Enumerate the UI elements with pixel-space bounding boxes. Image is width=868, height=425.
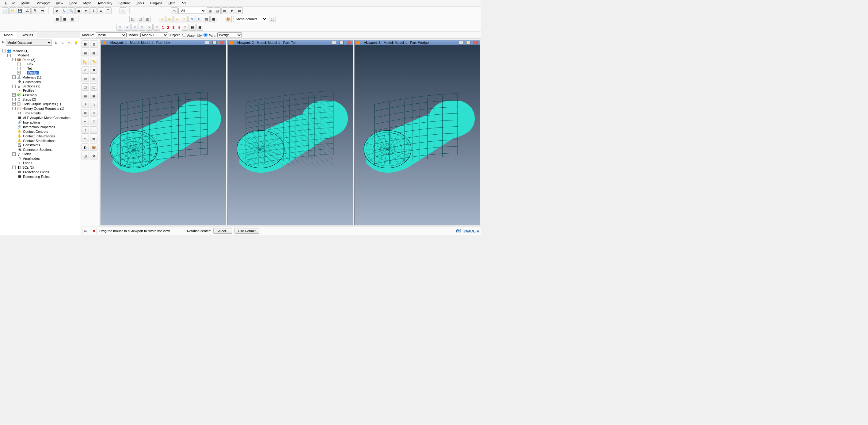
twisty-icon[interactable]: + <box>17 71 21 74</box>
list-icon[interactable] <box>97 7 104 14</box>
menu-help[interactable]: Help <box>166 1 178 6</box>
pan-horiz-icon[interactable] <box>83 7 90 14</box>
viewport-min-icon[interactable] <box>205 41 209 44</box>
viewport-min-icon[interactable] <box>459 41 463 44</box>
render4-icon[interactable] <box>181 16 188 22</box>
view-preset-1[interactable]: 1 <box>161 25 165 30</box>
tool-20-icon[interactable]: ⊹ <box>90 126 97 134</box>
tool-13-icon[interactable]: ↗ <box>82 100 89 108</box>
twisty-icon[interactable]: + <box>12 152 16 156</box>
viewport-2[interactable]: Viewport: 2 Model: Model-1 Part: Tet <box>227 40 353 225</box>
list2-icon[interactable] <box>105 7 112 14</box>
viewport-titlebar[interactable]: Viewport: 2 Model: Model-1 Part: Tet <box>228 40 353 45</box>
use-default-button[interactable]: Use Default <box>235 228 259 234</box>
menu-model[interactable]: Model <box>19 1 33 6</box>
tool-seed-edge-icon[interactable]: ⊟ <box>90 40 97 48</box>
mesh-defaults-select[interactable]: Mesh defaults <box>234 16 267 22</box>
assembly-select[interactable]: All <box>178 8 206 14</box>
tree-node-loads[interactable]: ↓Loads <box>1 161 80 165</box>
render-rot1-icon[interactable] <box>188 16 195 22</box>
view-preset-4[interactable]: 4 <box>177 25 181 30</box>
link-views-icon[interactable] <box>229 7 236 14</box>
cube-dropdown-icon[interactable] <box>269 16 276 22</box>
viewport-titlebar[interactable]: Viewport: 1 Model: Model-1 Part: Hex <box>101 40 226 45</box>
tree-node-amplitudes[interactable]: ∿Amplitudes <box>1 156 80 161</box>
tree-node-profiles[interactable]: ⌐Profiles <box>1 88 80 93</box>
viewport-close-icon[interactable] <box>347 41 351 44</box>
new-file-icon[interactable] <box>2 7 8 14</box>
twisty-icon[interactable]: + <box>12 75 16 79</box>
twisty-icon[interactable]: + <box>12 98 16 101</box>
twisty-icon[interactable]: - <box>7 54 11 57</box>
tab-results[interactable]: Results <box>18 32 37 38</box>
tree-node-field-output-requests-1-[interactable]: +📋Field Output Requests (1) <box>1 101 80 106</box>
tree-node-history-output-requests-1-[interactable]: +📋History Output Requests (1) <box>1 106 80 111</box>
menu-mesh[interactable]: Mesh <box>81 1 94 6</box>
render-rot2-icon[interactable] <box>195 16 202 22</box>
twisty-icon[interactable]: + <box>12 102 16 105</box>
twisty-icon[interactable]: - <box>12 58 16 61</box>
tool-11-icon[interactable]: ▦ <box>82 92 89 99</box>
tree-node-sections-2-[interactable]: +⌸Sections (2) <box>1 84 80 88</box>
menu-feature[interactable]: Feature <box>116 1 132 6</box>
tool-22-icon[interactable]: ▭ <box>90 135 97 142</box>
display-group3-icon[interactable] <box>69 16 75 22</box>
tool-24-icon[interactable]: 📦 <box>90 144 97 151</box>
open-file-icon[interactable] <box>9 7 16 14</box>
twisty-icon[interactable]: + <box>12 165 16 169</box>
tree-node-bcs-2-[interactable]: +◧BCs (2) <box>1 165 80 170</box>
tool-verify-icon[interactable]: ✓ <box>82 66 89 73</box>
tool-mesh-part-icon[interactable]: ▦ <box>82 49 89 56</box>
viewport-canvas[interactable] <box>228 45 353 225</box>
model-tree[interactable]: -👥Models (1)-Model-1-📦Parts (3)+Hex+Tet+… <box>0 47 80 235</box>
tree-node-calibrations[interactable]: ⚙Calibrations <box>1 80 80 84</box>
tool-settings-icon[interactable]: ⚙ <box>90 152 97 159</box>
view-yz-icon[interactable] <box>138 24 145 31</box>
iso3-icon[interactable] <box>144 16 151 22</box>
save-icon[interactable] <box>17 7 23 14</box>
tree-node-contact-controls[interactable]: ✋Contact Controls <box>1 129 80 134</box>
twisty-icon[interactable]: + <box>12 93 16 97</box>
tree-node-contact-initializations[interactable]: ✋Contact Initializations <box>1 134 80 138</box>
tree-node-models-1-[interactable]: -👥Models (1) <box>1 49 80 53</box>
tree-node-ale-adaptive-mesh-constraints[interactable]: ▦ALE Adaptive Mesh Constraints <box>1 115 80 120</box>
rotate-icon[interactable] <box>61 7 67 14</box>
pan-vert-icon[interactable] <box>90 7 97 14</box>
tree-node-interactions[interactable]: 🔗Interactions <box>1 120 80 124</box>
view-opt2-icon[interactable] <box>196 24 203 31</box>
tree-node-steps-2-[interactable]: +⏱Steps (2) <box>1 97 80 101</box>
tool-delete-icon[interactable]: ✕ <box>90 66 97 73</box>
fit-icon[interactable] <box>75 7 82 14</box>
tree-node-contact-stabilizations[interactable]: ✋Contact Stabilizations <box>1 138 80 143</box>
tool-mesh-region-icon[interactable]: ▥ <box>90 49 97 56</box>
tree-node-interaction-properties[interactable]: 🔗Interaction Properties <box>1 124 80 129</box>
viewport-3[interactable]: Viewport: 3 Model: Model-1 Part: Wedge <box>354 40 480 225</box>
tool-7-icon[interactable]: ▭ <box>82 75 89 82</box>
twisty-icon[interactable]: + <box>12 107 16 110</box>
render3-icon[interactable] <box>174 16 180 22</box>
whats-this-icon[interactable]: ↖? <box>179 1 189 6</box>
menu-viewport[interactable]: Viewport <box>34 1 53 6</box>
zoom-icon[interactable] <box>68 7 75 14</box>
tree-node-wedge[interactable]: +Wedge <box>1 70 80 75</box>
twisty-icon[interactable]: + <box>17 63 21 66</box>
viewport-titlebar[interactable]: Viewport: 3 Model: Model-1 Part: Wedge <box>354 40 480 45</box>
menu-plugins[interactable]: Plug-ins <box>148 1 165 6</box>
collapse-icon[interactable]: ⌂ <box>60 40 65 45</box>
print-icon[interactable] <box>24 7 31 14</box>
tree-node-remeshing-rules[interactable]: ▦Remeshing Rules <box>1 174 80 179</box>
radio-part[interactable]: Part: <box>204 33 215 37</box>
tool-19-icon[interactable]: ⊹ <box>82 126 89 134</box>
menu-tools[interactable]: Tools <box>134 1 147 6</box>
tree-node-predefined-fields[interactable]: ▭Predefined Fields <box>1 170 80 174</box>
tile2-icon[interactable] <box>214 7 221 14</box>
twisty-icon[interactable]: + <box>12 85 16 88</box>
status-back-icon[interactable]: ⬅ <box>82 228 88 234</box>
cursor-icon[interactable] <box>171 7 178 14</box>
tree-node-model-1[interactable]: -Model-1 <box>1 53 80 57</box>
bulb-icon[interactable] <box>73 40 79 45</box>
twisty-icon[interactable]: + <box>17 67 21 70</box>
view-opt1-icon[interactable] <box>189 24 196 31</box>
tool-18-icon[interactable]: ⤲ <box>90 118 97 125</box>
part-select[interactable]: Wedge <box>217 32 242 37</box>
